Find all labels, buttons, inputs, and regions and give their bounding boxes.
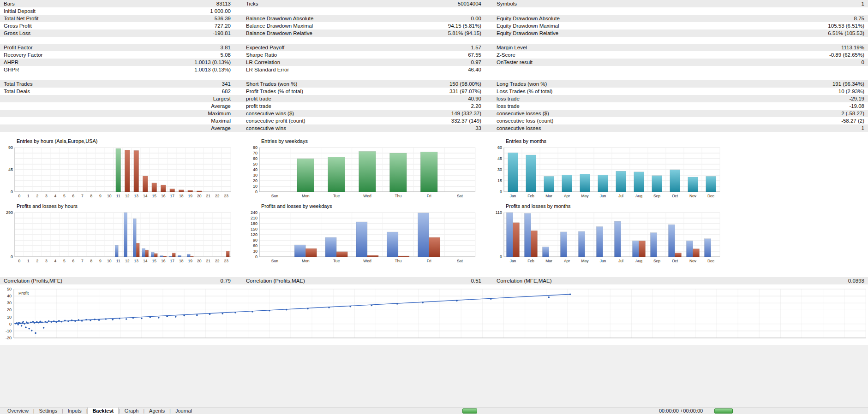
- stat-gap-row: [0, 73, 868, 80]
- y-tick-label: 30: [253, 249, 257, 254]
- x-tick-label: 10: [107, 259, 112, 263]
- y-tick-label: 40: [253, 167, 257, 172]
- x-tick-label: 22: [215, 194, 220, 198]
- stat-value: 2 (-58.27): [841, 110, 868, 117]
- x-tick-label: Apr: [564, 194, 570, 198]
- scatter-point: [349, 306, 351, 308]
- stat-row: GHPR1.0013 (0.13%)LR Standard Error46.40: [0, 66, 868, 73]
- bar: [544, 176, 554, 192]
- stat-row: Total Deals682Profit Trades (% of total)…: [0, 88, 868, 95]
- stat-cell: [497, 7, 868, 15]
- stat-cell: Correlation (Profits,MFE)0.79: [0, 277, 231, 284]
- bar: [675, 253, 682, 257]
- x-tick-label: 14: [143, 194, 148, 198]
- stats-table: Bars83113Ticks50014004Symbols1Initial De…: [0, 0, 868, 132]
- tab-agents[interactable]: Agents: [144, 408, 169, 414]
- scatter-point: [24, 323, 25, 325]
- tab-settings[interactable]: Settings: [34, 408, 62, 414]
- scatter-point: [569, 294, 571, 296]
- tab-inputs[interactable]: Inputs: [63, 408, 86, 414]
- x-tick-label: Sep: [653, 259, 660, 263]
- y-tick-label: 180: [251, 221, 257, 226]
- scatter-point: [38, 322, 40, 324]
- scatter-point: [81, 320, 83, 322]
- stat-value: 0.0393: [848, 277, 868, 284]
- stat-label: AHPR: [0, 59, 18, 66]
- entries-by-weekdays: Entries by weekdays01020304050607080SunM…: [245, 138, 489, 203]
- bar: [163, 256, 167, 257]
- scatter-point: [371, 305, 373, 307]
- stat-row: Profit Factor3.81Expected Payoff1.57Marg…: [0, 44, 868, 51]
- bar: [420, 152, 437, 192]
- bar: [670, 170, 680, 192]
- bar: [704, 239, 711, 257]
- bar: [188, 190, 193, 192]
- bar: [560, 232, 567, 257]
- scatter-point: [85, 319, 87, 321]
- stat-cell: [497, 66, 868, 73]
- stat-label: Expected Payoff: [246, 44, 285, 51]
- stat-value: 5.81% (94.15): [448, 30, 481, 37]
- stat-label: Ticks: [246, 0, 258, 7]
- stat-cell: Gross Profit727.20: [0, 22, 231, 30]
- stat-label: Equity Drawdown Maximal: [497, 22, 559, 30]
- bar: [136, 243, 139, 257]
- scatter-point: [234, 312, 236, 313]
- tab-journal[interactable]: Journal: [171, 408, 197, 414]
- x-tick-label: Tue: [333, 194, 340, 198]
- x-tick-label: 4: [54, 259, 56, 263]
- y-tick-label: 0: [11, 189, 13, 194]
- stat-cell: GHPR1.0013 (0.13%): [0, 66, 231, 73]
- x-tick-label: 17: [170, 194, 175, 198]
- stat-cell: Ticks50014004: [246, 0, 481, 7]
- scatter-point: [209, 313, 211, 315]
- scatter-point: [50, 321, 52, 323]
- bar: [598, 175, 608, 192]
- stat-value: 10 (2.93%): [838, 88, 868, 95]
- stat-cell: consecutive losses1: [497, 124, 868, 132]
- stat-value: 67.55: [468, 51, 481, 59]
- pl-by-hours-plot: 0290012345678910111213141516171819202122…: [0, 210, 245, 268]
- stat-row: Largestprofit trade40.90loss trade-29.19: [0, 95, 868, 102]
- scatter-point: [43, 327, 45, 329]
- stat-label: Initial Deposit: [0, 7, 36, 15]
- scatter-point: [183, 315, 185, 317]
- stat-row: Total Net Profit536.39Balance Drawdown A…: [0, 15, 868, 22]
- y-tick-label: 50: [7, 287, 12, 291]
- x-tick-label: Mar: [545, 194, 552, 198]
- stat-row: Recovery Factor5.08Sharpe Ratio67.55Z-Sc…: [0, 51, 868, 59]
- y-tick-label: 80: [253, 145, 257, 150]
- tab-backtest[interactable]: Backtest: [87, 408, 119, 414]
- x-tick-label: 14: [143, 259, 148, 263]
- series-label: Profit: [18, 290, 29, 296]
- tab-overview[interactable]: Overview: [3, 408, 33, 414]
- scatter-point: [28, 328, 30, 330]
- scatter-point: [175, 316, 177, 318]
- y-tick-label: 290: [6, 210, 13, 215]
- bar: [398, 256, 409, 257]
- x-tick-label: 8: [90, 259, 92, 263]
- stat-cell: Loss Trades (% of total)10 (2.93%): [497, 88, 868, 95]
- stat-cell: Bars83113: [0, 0, 231, 7]
- stat-label: Total Deals: [0, 88, 30, 95]
- y-tick-label: 0: [255, 189, 257, 194]
- scatter-point: [31, 330, 33, 331]
- tab-graph[interactable]: Graph: [120, 408, 144, 414]
- bar: [580, 174, 590, 192]
- stat-label: [0, 95, 4, 102]
- stat-cell: Short Trades (won %)150 (98.00%): [246, 80, 481, 88]
- stat-value: 1.57: [471, 44, 481, 51]
- scatter-point: [36, 321, 38, 323]
- x-tick-label: 0: [18, 259, 20, 263]
- bar: [169, 256, 172, 257]
- x-tick-label: Nov: [689, 259, 697, 263]
- y-tick-label: 70: [253, 151, 257, 155]
- stat-value: 1: [862, 0, 868, 7]
- scatter-point: [94, 319, 96, 320]
- stat-value: 332.37 (149): [451, 117, 481, 124]
- stat-cell: Margin Level1113.19%: [497, 44, 868, 51]
- x-tick-label: 2: [36, 194, 38, 198]
- scatter-chart: 50403020100-10-20Profit: [0, 286, 868, 345]
- status-chip: [714, 408, 733, 414]
- y-tick-label: 150: [251, 227, 257, 231]
